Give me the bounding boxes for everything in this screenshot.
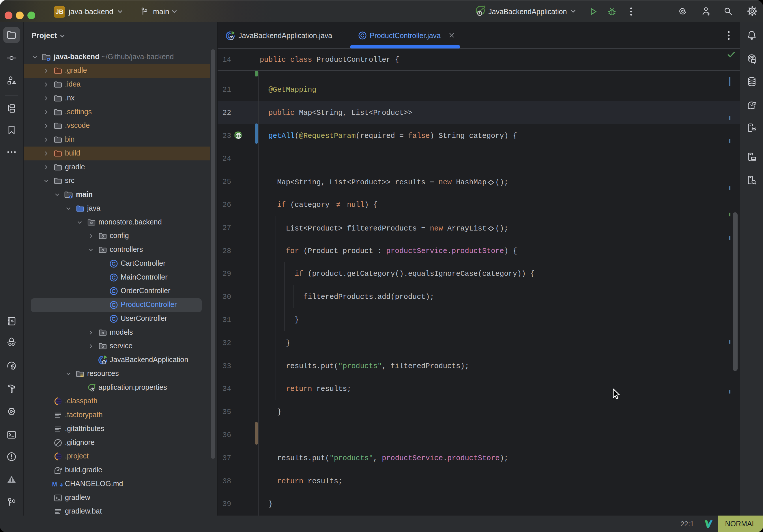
svg-text:M: M bbox=[52, 481, 57, 487]
